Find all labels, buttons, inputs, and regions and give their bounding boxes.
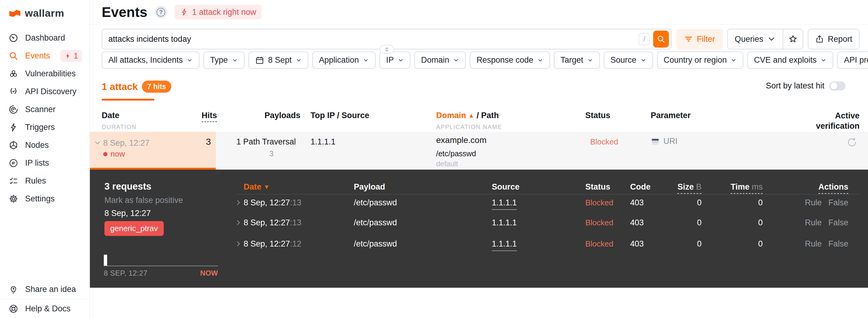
- favorite-button[interactable]: [783, 29, 803, 49]
- attacks-tab[interactable]: 1 attack 7 hits: [102, 81, 171, 93]
- column-status: Status: [585, 111, 611, 120]
- sidebar-item-scanner[interactable]: Scanner: [0, 100, 89, 118]
- search-expand-handle[interactable]: [379, 45, 394, 54]
- filter-button[interactable]: Filter: [676, 29, 723, 49]
- sidebar-item-api-discovery[interactable]: API Discovery: [0, 83, 89, 100]
- req-column-actions[interactable]: Actions: [818, 182, 848, 194]
- req-column-date[interactable]: Date ▼: [244, 182, 270, 192]
- column-duration: DURATION: [102, 123, 136, 131]
- chevron-down-icon: [537, 57, 543, 63]
- filter-chip-ip[interactable]: IP: [379, 52, 411, 69]
- lightning-icon: [64, 52, 71, 60]
- false-action[interactable]: False: [828, 198, 848, 207]
- wallarm-app: wallarm Dashboard Events 1 Vulnerabiliti…: [0, 0, 868, 318]
- expand-request-icon[interactable]: [235, 240, 242, 248]
- filter-chip-type[interactable]: Type: [204, 52, 245, 69]
- attack-domain: example.com: [436, 135, 487, 145]
- rule-action[interactable]: Rule: [805, 218, 822, 227]
- filter-chips-row: All attacks, Incidents Type 8 Sept Appli…: [102, 52, 868, 69]
- sidebar-item-share-an-idea[interactable]: Share an idea: [0, 280, 89, 299]
- chevron-down-icon: [820, 57, 827, 63]
- request-date: 8 Sep, 12:27:13: [244, 198, 302, 207]
- timeline-now-label: NOW: [104, 269, 218, 278]
- chevron-down-icon: [641, 57, 647, 63]
- sidebar-item-help-docs[interactable]: Help & Docs: [0, 299, 89, 318]
- request-source-link[interactable]: 1.1.1.1: [492, 198, 517, 210]
- request-source-link[interactable]: 1.1.1.1: [492, 239, 517, 251]
- rule-action[interactable]: Rule: [805, 239, 822, 249]
- lightning-icon: [180, 8, 189, 16]
- live-dot-icon: [103, 152, 107, 156]
- request-row[interactable]: 8 Sep, 12:27:12 /etc/passwd 1.1.1.1 Bloc…: [90, 239, 868, 254]
- parameter-uri-icon: [651, 137, 660, 146]
- false-action[interactable]: False: [828, 218, 848, 227]
- sidebar-item-vulnerabilities[interactable]: Vulnerabilities: [0, 65, 89, 83]
- filter-chip-domain[interactable]: Domain: [414, 52, 466, 69]
- request-code: 403: [630, 218, 644, 227]
- wallarm-logo[interactable]: wallarm: [8, 6, 64, 20]
- request-details-panel: 3 requests Mark as false positive 8 Sep,…: [90, 170, 868, 288]
- ip-icon: [8, 158, 19, 168]
- attack-parameter: URI: [651, 137, 678, 146]
- false-action[interactable]: False: [828, 239, 848, 249]
- req-column-size[interactable]: Size B: [677, 182, 702, 194]
- filter-chip-cve-and-exploits[interactable]: CVE and exploits: [747, 52, 833, 69]
- filter-chip-country-or-region[interactable]: Country or region: [657, 52, 744, 69]
- hits-badge: 7 hits: [142, 81, 171, 93]
- req-column-time[interactable]: Time ms: [731, 182, 763, 194]
- request-payload: /etc/passwd: [354, 198, 397, 207]
- sort-by-latest-hit: Sort by latest hit: [766, 81, 846, 91]
- sidebar-item-ip-lists[interactable]: IP lists: [0, 154, 89, 172]
- request-status: Blocked: [585, 198, 614, 207]
- queries-button[interactable]: Queries: [727, 29, 783, 49]
- sidebar-item-dashboard[interactable]: Dashboard: [0, 29, 89, 47]
- filter-chip-api-protocols[interactable]: API protocols: [837, 52, 868, 69]
- attack-payload-type: 1 Path Traversal: [236, 137, 296, 147]
- checklist-icon: [8, 176, 19, 186]
- request-seconds: :12: [290, 239, 302, 248]
- request-actions: RuleFalse: [805, 198, 848, 207]
- req-column-status: Status: [585, 182, 611, 192]
- magnifier-icon: [8, 51, 19, 61]
- column-hits[interactable]: Hits: [202, 111, 217, 122]
- sidebar-item-nodes[interactable]: Nodes: [0, 136, 89, 154]
- search-box: /: [102, 29, 672, 49]
- results-tabs-row: 1 attack 7 hits Sort by latest hit: [102, 79, 860, 101]
- request-status: Blocked: [585, 239, 614, 249]
- sort-toggle[interactable]: [829, 82, 846, 91]
- rule-action[interactable]: Rule: [805, 198, 822, 207]
- filter-chip-application[interactable]: Application: [312, 52, 376, 69]
- gear-icon: [8, 194, 19, 204]
- report-button[interactable]: Report: [808, 29, 860, 49]
- star-icon: [788, 34, 798, 44]
- request-row[interactable]: 8 Sep, 12:27:13 /etc/passwd 1.1.1.1 Bloc…: [90, 198, 868, 213]
- filter-chip-response-code[interactable]: Response code: [470, 52, 550, 69]
- attack-alert-badge[interactable]: 1 attack right now: [175, 5, 262, 19]
- request-date: 8 Sep, 12:27:13: [244, 218, 302, 227]
- main-content: Events ? 1 attack right now /: [90, 0, 868, 318]
- sidebar-item-rules[interactable]: Rules: [0, 172, 89, 190]
- attack-row[interactable]: 8 Sep, 12:27 now 3 1 Path Traversal 3 1.…: [90, 132, 868, 170]
- help-icon[interactable]: ?: [155, 6, 167, 19]
- sidebar-item-settings[interactable]: Settings: [0, 190, 89, 208]
- attack-status: Blocked: [590, 137, 618, 147]
- request-source-link[interactable]: 1.1.1.1: [492, 218, 517, 227]
- filter-chip-all-attacks-incidents[interactable]: All attacks, Incidents: [102, 52, 199, 69]
- column-application-name: APPLICATION NAME: [436, 123, 502, 131]
- expand-request-icon[interactable]: [235, 219, 242, 227]
- req-column-source: Source: [492, 182, 520, 192]
- search-button[interactable]: [653, 31, 669, 48]
- expand-request-icon[interactable]: [235, 199, 242, 207]
- attack-alert-text: 1 attack right now: [192, 7, 256, 17]
- req-column-code: Code: [630, 182, 651, 192]
- column-domain-path[interactable]: Domain ▲ / Path: [436, 111, 499, 120]
- sidebar-nav: Dashboard Events 1 Vulnerabilities API D…: [0, 29, 89, 208]
- chevron-down-icon: [767, 34, 776, 44]
- sidebar-item-triggers[interactable]: Triggers: [0, 118, 89, 136]
- filter-chip-8-sept[interactable]: 8 Sept: [248, 52, 308, 69]
- filter-chip-source[interactable]: Source: [604, 52, 653, 69]
- sidebar-item-events[interactable]: Events 1: [0, 47, 89, 65]
- request-row[interactable]: 8 Sep, 12:27:13 /etc/passwd 1.1.1.1 Bloc…: [90, 218, 868, 233]
- active-verification-icon[interactable]: [846, 137, 858, 148]
- filter-chip-target[interactable]: Target: [554, 52, 600, 69]
